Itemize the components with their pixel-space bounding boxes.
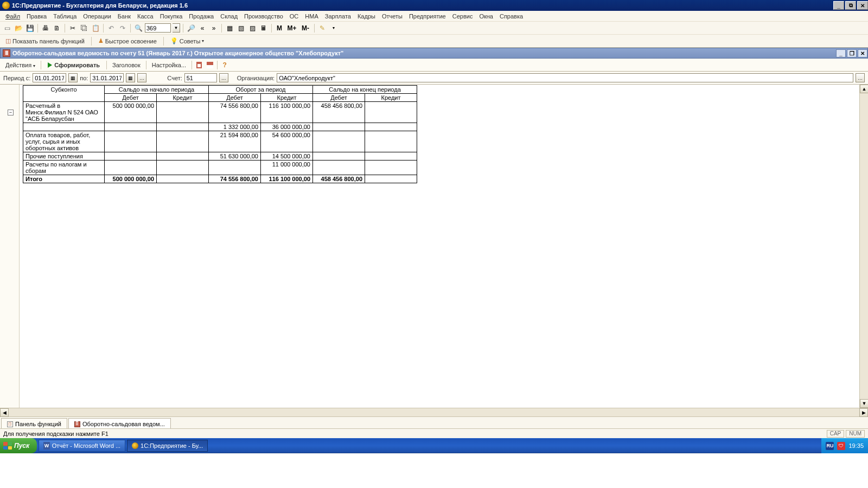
columns-icon[interactable] (194, 60, 204, 70)
start-button[interactable]: Пуск (0, 438, 37, 453)
menu-table[interactable]: Таблица (50, 12, 80, 21)
menu-purchase[interactable]: Покупка (157, 12, 186, 21)
menu-enterprise[interactable]: Предприятие (406, 12, 449, 21)
windows-taskbar: Пуск W Отчёт - Microsoft Word ... 1С:Пре… (0, 438, 868, 453)
menu-sale[interactable]: Продажа (186, 12, 217, 21)
menu-edit[interactable]: Правка (23, 12, 50, 21)
shield-icon[interactable]: 🛡 (837, 442, 845, 450)
table-row: Расчеты по налогам и сборам 11 000 000,0… (23, 160, 417, 175)
period-select-button[interactable]: … (137, 73, 146, 82)
task-1c[interactable]: 1С:Предприятие - Бу... (127, 440, 208, 452)
language-indicator[interactable]: RU (826, 442, 834, 450)
menu-reports[interactable]: Отчеты (379, 12, 406, 21)
task-word[interactable]: W Отчёт - Microsoft Word ... (39, 440, 125, 452)
settings-button[interactable]: Настройка... (149, 61, 189, 69)
tab-report[interactable]: ≣ Оборотно-сальдовая ведом... (68, 418, 171, 428)
paste-icon[interactable]: 📋 (91, 23, 100, 33)
col-open-credit: Кредит (157, 94, 209, 102)
grid-icon[interactable]: ▦ (225, 23, 234, 33)
organization-input[interactable] (277, 73, 853, 82)
new-icon[interactable]: ▭ (2, 23, 12, 33)
account-select-button[interactable]: … (219, 73, 228, 82)
print-icon[interactable]: 🖶 (41, 23, 50, 33)
menu-help[interactable]: Справка (496, 12, 526, 21)
menu-fixed-assets[interactable]: ОС (286, 12, 302, 21)
report-table: Субконто Сальдо на начало периода Оборот… (23, 85, 417, 183)
menu-cash[interactable]: Касса (134, 12, 157, 21)
horizontal-scrollbar[interactable]: ◀ ▶ (0, 408, 868, 416)
menu-intangibles[interactable]: НМА (302, 12, 321, 21)
vertical-scrollbar[interactable]: ▲ ▼ (859, 85, 868, 408)
find-icon[interactable]: 🔎 (186, 23, 196, 33)
scroll-right-icon[interactable]: ▶ (859, 408, 868, 417)
actions-menu[interactable]: Действия ▾ (2, 61, 39, 69)
generate-label: Сформировать (54, 62, 100, 68)
help-icon[interactable]: ? (220, 60, 229, 70)
memory-m[interactable]: M (275, 23, 284, 33)
redo-icon[interactable]: ↷ (118, 23, 127, 33)
word-icon: W (43, 442, 50, 450)
restore-button[interactable]: ⧉ (845, 1, 856, 10)
open-icon[interactable]: 📂 (14, 23, 23, 33)
period-from-input[interactable] (33, 73, 66, 82)
calc-icon[interactable]: 🖩 (259, 23, 269, 33)
undo-icon[interactable]: ↶ (106, 23, 116, 33)
zoom-icon[interactable]: 🔍 (133, 23, 143, 33)
show-functions-panel[interactable]: ◫ Показать панель функций (2, 36, 88, 46)
preview-icon[interactable]: 🗎 (52, 23, 62, 33)
marker-dropdown[interactable]: ▾ (329, 23, 339, 33)
app-title: 1С:Предприятие - Бухгалтерия для Беларус… (12, 2, 188, 9)
clock[interactable]: 19:35 (848, 442, 864, 449)
doc-close-button[interactable]: ✕ (858, 49, 867, 57)
menu-warehouse[interactable]: Склад (217, 12, 241, 21)
doc-restore-button[interactable]: ❐ (847, 49, 857, 57)
menu-windows[interactable]: Окна (476, 12, 496, 21)
zoom-dropdown[interactable]: ▼ (173, 23, 180, 33)
menu-service[interactable]: Сервис (449, 12, 476, 21)
toggle2-icon[interactable]: ▨ (247, 23, 257, 33)
toggle1-icon[interactable]: ▧ (236, 23, 246, 33)
tips-dropdown-icon: ▾ (202, 38, 204, 43)
marker-icon[interactable]: ✎ (317, 23, 327, 33)
account-input[interactable] (184, 73, 217, 82)
zoom-input[interactable] (145, 23, 171, 33)
menu-hr[interactable]: Кадры (354, 12, 379, 21)
window-tabs: ◫ Панель функций ≣ Оборотно-сальдовая ве… (0, 416, 868, 428)
menu-production[interactable]: Производство (241, 12, 286, 21)
close-button[interactable]: ✕ (857, 1, 868, 10)
date-to-picker[interactable]: ▦ (126, 73, 135, 82)
scroll-down-icon[interactable]: ▼ (860, 399, 868, 408)
generate-button[interactable]: Сформировать (43, 61, 104, 69)
cut-icon[interactable]: ✂ (68, 23, 78, 33)
col-turn-credit: Кредит (261, 94, 313, 102)
main-menu: Файл Правка Таблица Операции Банк Касса … (0, 11, 868, 22)
scroll-up-icon[interactable]: ▲ (860, 85, 868, 93)
period-to-input[interactable] (90, 73, 124, 82)
menu-bank[interactable]: Банк (114, 12, 134, 21)
save-icon[interactable]: 💾 (25, 23, 35, 33)
report-area[interactable]: Субконто Сальдо на начало периода Оборот… (20, 85, 859, 408)
menu-operations[interactable]: Операции (80, 12, 114, 21)
tips[interactable]: 💡 Советы ▾ (167, 36, 207, 46)
find-next-icon[interactable]: » (209, 23, 219, 33)
copy-icon[interactable]: ⿻ (79, 23, 89, 33)
memory-mplus[interactable]: M+ (286, 23, 298, 33)
quick-start[interactable]: ♟ Быстрое освоение (95, 36, 160, 46)
collapse-toggle[interactable]: − (8, 110, 14, 115)
menu-file[interactable]: Файл (2, 12, 23, 21)
bars-icon[interactable] (205, 60, 215, 70)
doc-minimize-button[interactable]: _ (836, 49, 846, 57)
organization-select-button[interactable]: … (856, 73, 865, 82)
scroll-left-icon[interactable]: ◀ (0, 408, 9, 417)
find-prev-icon[interactable]: « (197, 23, 207, 33)
quick-icon: ♟ (98, 37, 104, 44)
date-from-picker[interactable]: ▦ (68, 73, 78, 82)
header-button[interactable]: Заголовок (109, 61, 144, 69)
table-row: Расчетный в Минск.Филиал N 524 ОАО "АСБ … (23, 102, 417, 123)
memory-mminus[interactable]: M- (299, 23, 311, 33)
menu-salary[interactable]: Зарплата (322, 12, 354, 21)
tab-functions-panel[interactable]: ◫ Панель функций (1, 418, 67, 428)
tab-icon: ≣ (74, 421, 80, 427)
period-to-label: по: (80, 75, 88, 81)
minimize-button[interactable]: _ (833, 1, 844, 10)
